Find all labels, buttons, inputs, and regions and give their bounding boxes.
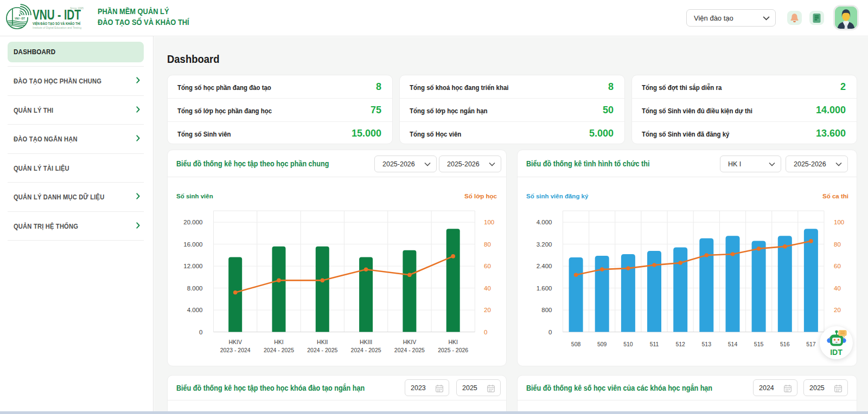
svg-text:510: 510 xyxy=(623,341,633,347)
svg-text:Số lớp học: Số lớp học xyxy=(464,193,497,200)
svg-text:2023 - 2024: 2023 - 2024 xyxy=(220,347,251,353)
svg-text:2.400: 2.400 xyxy=(537,263,552,269)
svg-text:12.000: 12.000 xyxy=(183,263,202,269)
svg-text:VNU - IDT: VNU - IDT xyxy=(15,17,25,20)
svg-text:516: 516 xyxy=(780,341,790,347)
svg-text:2025 - 2026: 2025 - 2026 xyxy=(438,347,468,353)
svg-text:509: 509 xyxy=(597,341,607,347)
svg-text:Institute of Digital Education: Institute of Digital Education and Testi… xyxy=(33,26,81,29)
svg-text:40: 40 xyxy=(834,285,841,292)
svg-text:60: 60 xyxy=(484,263,491,269)
svg-text:100: 100 xyxy=(484,219,494,225)
svg-text:4.000: 4.000 xyxy=(537,219,552,225)
svg-text:508: 508 xyxy=(571,341,581,347)
svg-text:4.000: 4.000 xyxy=(187,307,203,313)
svg-text:HKI: HKI xyxy=(448,339,458,345)
svg-text:2024 - 2025: 2024 - 2025 xyxy=(307,347,337,353)
svg-text:80: 80 xyxy=(484,241,491,248)
svg-text:2024 - 2025: 2024 - 2025 xyxy=(351,347,381,353)
svg-text:514: 514 xyxy=(728,341,738,347)
svg-text:515: 515 xyxy=(754,341,764,347)
svg-text:VNU - IDT: VNU - IDT xyxy=(33,7,81,22)
svg-text:40: 40 xyxy=(484,285,491,292)
svg-text:513: 513 xyxy=(702,341,712,347)
svg-text:2024 - 2025: 2024 - 2025 xyxy=(394,347,425,353)
svg-text:512: 512 xyxy=(675,341,685,347)
svg-text:1.600: 1.600 xyxy=(537,285,552,292)
svg-text:Số sinh viên đăng ký: Số sinh viên đăng ký xyxy=(526,193,589,199)
svg-text:20: 20 xyxy=(484,307,491,313)
svg-text:800: 800 xyxy=(541,307,552,313)
svg-text:0: 0 xyxy=(199,329,202,335)
svg-text:20.000: 20.000 xyxy=(183,219,202,225)
svg-text:3.200: 3.200 xyxy=(537,241,552,248)
svg-text:VIỆN ĐÀO TẠO SỐ VÀ KHẢO THÍ: VIỆN ĐÀO TẠO SỐ VÀ KHẢO THÍ xyxy=(33,21,81,25)
svg-text:16.000: 16.000 xyxy=(183,241,202,248)
svg-text:Số ca thi: Số ca thi xyxy=(822,193,848,199)
svg-text:100: 100 xyxy=(834,219,844,225)
svg-text:HKIV: HKIV xyxy=(228,339,242,345)
svg-text:511: 511 xyxy=(650,341,659,347)
svg-text:517: 517 xyxy=(806,341,816,347)
svg-text:HKI: HKI xyxy=(274,339,284,345)
svg-text:0: 0 xyxy=(548,329,552,335)
svg-text:60: 60 xyxy=(834,263,841,269)
svg-text:2024 - 2025: 2024 - 2025 xyxy=(264,347,294,353)
svg-text:80: 80 xyxy=(834,241,841,248)
svg-text:8.000: 8.000 xyxy=(187,285,203,292)
svg-text:0: 0 xyxy=(484,329,487,335)
svg-text:20: 20 xyxy=(834,307,841,313)
svg-text:HKIV: HKIV xyxy=(403,339,417,345)
svg-text:Số sinh viên: Số sinh viên xyxy=(176,193,213,199)
svg-text:HKII: HKII xyxy=(317,339,328,345)
svg-text:HKIII: HKIII xyxy=(360,339,372,345)
